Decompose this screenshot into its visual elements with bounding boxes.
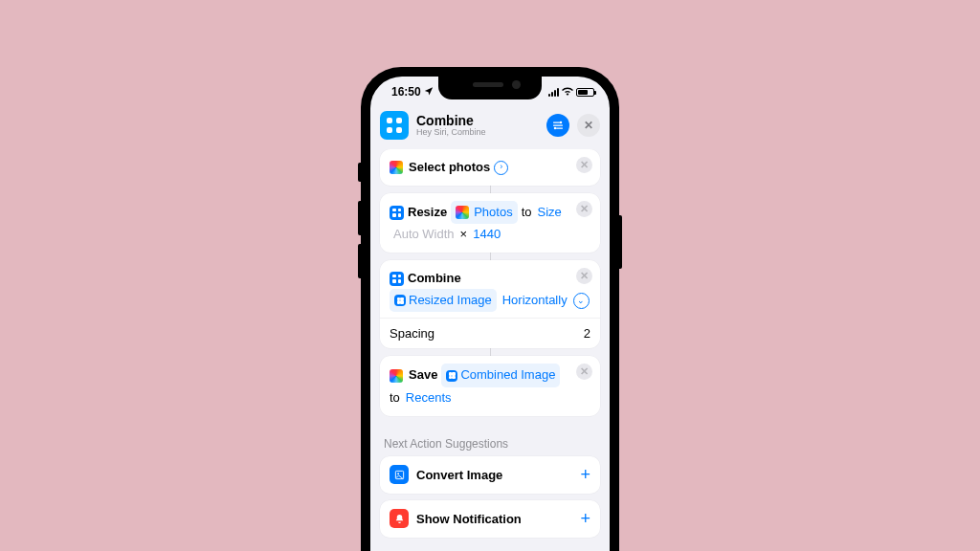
power-button[interactable] <box>619 215 622 269</box>
combine-mode-token[interactable]: Horizontally <box>501 290 569 311</box>
delete-action-button[interactable]: ✕ <box>576 157 592 173</box>
volume-down-button[interactable] <box>358 244 361 278</box>
photos-icon <box>390 161 403 174</box>
svg-point-3 <box>397 473 399 474</box>
connector <box>490 348 491 356</box>
combine-input-token[interactable]: Resized Image <box>390 289 497 312</box>
spacing-label: Spacing <box>390 326 434 341</box>
divider <box>380 318 600 319</box>
suggestion-show-notification[interactable]: Show Notification + <box>380 500 600 538</box>
shortcut-app-icon <box>380 111 409 140</box>
phone-frame: 16:50 Combine Hey Siri, Combine <box>361 67 619 551</box>
shortcut-subtitle: Hey Siri, Combine <box>416 128 539 137</box>
location-icon <box>424 85 434 99</box>
screen: 16:50 Combine Hey Siri, Combine <box>370 77 610 551</box>
action-verb: Combine <box>408 268 461 289</box>
connector <box>490 253 491 260</box>
svg-point-0 <box>560 121 563 124</box>
height-token[interactable]: 1440 <box>471 224 502 245</box>
delete-action-button[interactable]: ✕ <box>576 201 592 217</box>
action-resize[interactable]: ✕ Resize Photos to Size Auto Width × 144… <box>380 193 600 253</box>
save-input-token[interactable]: Combined Image <box>441 364 560 386</box>
picture-icon <box>390 465 409 484</box>
resize-target-token[interactable]: Size <box>536 202 564 223</box>
action-label: Select photos <box>409 157 490 178</box>
cellular-icon <box>548 88 559 97</box>
resize-input-token[interactable]: Photos <box>451 201 517 224</box>
suggestion-convert-image[interactable]: Convert Image + <box>380 456 600 494</box>
status-time: 16:50 <box>391 85 421 99</box>
silence-switch[interactable] <box>358 163 361 182</box>
to-label: to <box>522 202 532 223</box>
spacing-value: 2 <box>584 326 590 341</box>
suggestion-label: Show Notification <box>416 512 522 526</box>
app-header: Combine Hey Siri, Combine ✕ <box>370 107 610 149</box>
suggestions-title: Next Action Suggestions <box>384 437 596 451</box>
shortcuts-token-icon <box>394 295 406 306</box>
action-combine[interactable]: ✕ Combine Resized Image Horizontally ⌄ S… <box>380 260 600 348</box>
shortcuts-token-icon <box>446 370 457 382</box>
photos-icon <box>390 369 403 383</box>
suggestion-label: Convert Image <box>416 468 502 482</box>
spacing-row[interactable]: Spacing 2 <box>390 324 590 342</box>
connector <box>490 186 491 193</box>
bell-icon <box>390 509 409 528</box>
to-label: to <box>390 387 400 408</box>
action-select-photos[interactable]: ✕ Select photos › <box>380 149 600 186</box>
save-dest-token[interactable]: Recents <box>404 387 454 408</box>
add-suggestion-icon[interactable]: + <box>580 509 590 529</box>
shortcut-title: Combine <box>416 114 539 128</box>
disclosure-icon[interactable]: › <box>494 161 508 175</box>
wifi-icon <box>562 85 573 99</box>
add-suggestion-icon[interactable]: + <box>580 465 590 485</box>
action-verb: Save <box>409 364 437 386</box>
status-bar: 16:50 <box>370 77 610 107</box>
combine-icon <box>390 272 404 286</box>
battery-icon <box>576 88 594 97</box>
action-save[interactable]: ✕ Save Combined Image to Recents <box>380 356 600 415</box>
expand-options-icon[interactable]: ⌄ <box>573 293 590 309</box>
actions-list: ✕ Select photos › ✕ Resize Photos <box>370 149 610 551</box>
close-button[interactable]: ✕ <box>577 114 600 137</box>
settings-button[interactable] <box>546 114 569 137</box>
resize-icon <box>390 206 404 220</box>
times-label: × <box>460 224 468 245</box>
volume-up-button[interactable] <box>358 201 361 235</box>
photos-icon <box>456 206 469 219</box>
action-verb: Resize <box>408 202 447 223</box>
width-token[interactable]: Auto Width <box>391 224 457 245</box>
svg-point-1 <box>554 127 557 130</box>
